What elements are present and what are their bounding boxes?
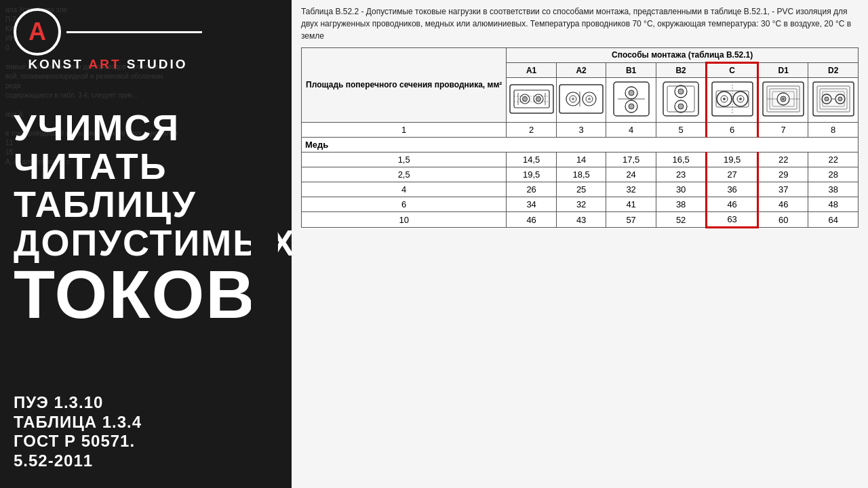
val-cell-2-3: 30 xyxy=(656,182,707,197)
val-cell-0-5: 22 xyxy=(757,152,808,167)
logo-circle: A xyxy=(14,8,61,56)
icon-cell-D2 xyxy=(808,78,859,123)
val-cell-2-2: 32 xyxy=(606,182,656,197)
svg-point-16 xyxy=(588,98,591,100)
svg-point-28 xyxy=(678,104,684,109)
val-cell-0-0: 14,5 xyxy=(507,152,557,167)
val-cell-2-6: 38 xyxy=(808,182,859,197)
svg-rect-24 xyxy=(663,82,698,116)
svg-point-20 xyxy=(629,90,634,96)
val-cell-3-5: 46 xyxy=(757,197,808,212)
val-cell-0-1: 14 xyxy=(556,152,606,167)
col-header-D1: D1 xyxy=(757,63,808,78)
headline-line1: УЧИМСЯ xyxy=(14,108,278,147)
intro-text: Таблица B.52.2 - Допустимые токовые нагр… xyxy=(301,5,859,42)
svg-point-53 xyxy=(825,97,829,101)
bottom-references: ПУЭ 1.3.10 ТАБЛИЦА 1.3.4 ГОСТ Р 50571. 5… xyxy=(14,393,142,471)
headline-line2: ЧИТАТЬ ТАБЛИЦУ xyxy=(14,147,278,224)
val-cell-4-6: 64 xyxy=(808,212,859,228)
logo-wrapper: A KONST ART STUDIO xyxy=(14,8,202,72)
table-row: 426253230363738 xyxy=(302,182,859,197)
table-row: 2,519,518,52423272928 xyxy=(302,167,859,182)
val-cell-1-2: 24 xyxy=(606,167,656,182)
install-methods-header: Способы монтажа (таблица B.52.1) xyxy=(507,48,859,63)
svg-rect-0 xyxy=(510,85,553,113)
col-num-5: 6 xyxy=(707,123,758,138)
val-cell-4-5: 60 xyxy=(757,212,808,228)
icon-cell-B2 xyxy=(656,78,707,123)
val-cell-1-6: 28 xyxy=(808,167,859,182)
val-cell-1-0: 19,5 xyxy=(507,167,557,182)
svg-rect-1 xyxy=(514,90,549,108)
val-cell-4-1: 43 xyxy=(556,212,606,228)
val-cell-1-1: 18,5 xyxy=(556,167,606,182)
val-cell-3-2: 41 xyxy=(606,197,656,212)
icon-cell-D1 xyxy=(757,78,808,123)
logo-letter: A xyxy=(28,18,46,46)
svg-point-22 xyxy=(629,104,634,109)
col-num-3: 4 xyxy=(606,123,656,138)
col-header-A2: A2 xyxy=(556,63,606,78)
konst-text: KONST xyxy=(28,57,83,71)
svg-point-33 xyxy=(723,98,726,100)
logo-divider-line xyxy=(66,31,202,33)
number-row: 12345678 xyxy=(302,123,859,138)
col-num-1: 2 xyxy=(507,123,557,138)
size-cell-3: 6 xyxy=(302,197,507,212)
val-cell-2-5: 37 xyxy=(757,182,808,197)
val-cell-0-6: 22 xyxy=(808,152,859,167)
val-cell-0-2: 17,5 xyxy=(606,152,656,167)
val-cell-3-3: 38 xyxy=(656,197,707,212)
val-cell-3-4: 46 xyxy=(707,197,758,212)
copper-section-row: Медь xyxy=(302,138,859,152)
logo-subtitle: KONST ART STUDIO xyxy=(28,57,187,72)
col-num-6: 7 xyxy=(757,123,808,138)
right-panel: Таблица B.52.2 - Допустимые токовые нагр… xyxy=(292,0,868,488)
table-row: 1046435752636064 xyxy=(302,212,859,228)
area-header: Площадь поперечного сечения проводника, … xyxy=(302,48,507,123)
val-cell-4-0: 46 xyxy=(507,212,557,228)
val-cell-4-4: 63 xyxy=(707,212,758,228)
val-cell-0-4: 19,5 xyxy=(707,152,758,167)
val-cell-1-3: 23 xyxy=(656,167,707,182)
col-num-4: 5 xyxy=(656,123,707,138)
val-cell-2-0: 26 xyxy=(507,182,557,197)
svg-point-5 xyxy=(536,97,540,102)
col-header-B2: B2 xyxy=(656,63,707,78)
size-cell-2: 4 xyxy=(302,182,507,197)
val-cell-4-2: 57 xyxy=(606,212,656,228)
val-cell-1-4: 27 xyxy=(707,167,758,182)
ref-line2: ТАБЛИЦА 1.3.4 xyxy=(14,413,142,432)
left-panel: ила Устройства эле П-7 п.1.3.1 КИ ДЛЯ ПР… xyxy=(0,0,292,488)
col-num-2: 3 xyxy=(556,123,606,138)
col-header-D2: D2 xyxy=(808,63,859,78)
curved-divider xyxy=(251,0,292,488)
svg-point-36 xyxy=(739,98,742,100)
table-row: 1,514,51417,516,519,52222 xyxy=(302,152,859,167)
icon-cell-A1 xyxy=(507,78,557,123)
headline-block: УЧИМСЯ ЧИТАТЬ ТАБЛИЦУ ДОПУСТИМЫХ ТОКОВ xyxy=(0,108,292,327)
studio-text: STUDIO xyxy=(127,57,188,71)
copper-label: Медь xyxy=(302,138,859,152)
val-cell-0-3: 16,5 xyxy=(656,152,707,167)
val-cell-1-5: 29 xyxy=(757,167,808,182)
val-cell-3-6: 48 xyxy=(808,197,859,212)
svg-point-45 xyxy=(783,98,785,100)
val-cell-4-3: 52 xyxy=(656,212,707,228)
ref-line4: 5.52-2011 xyxy=(14,451,142,471)
size-cell-0: 1,5 xyxy=(302,152,507,167)
svg-point-13 xyxy=(572,98,574,100)
art-text: ART xyxy=(88,57,121,71)
icon-cell-A2 xyxy=(556,78,606,123)
val-cell-3-0: 34 xyxy=(507,197,557,212)
svg-point-55 xyxy=(838,97,842,101)
headline-line4: ТОКОВ xyxy=(14,262,278,327)
table-row: 634324138464648 xyxy=(302,197,859,212)
val-cell-2-1: 25 xyxy=(556,182,606,197)
ref-line3: ГОСТ Р 50571. xyxy=(14,432,142,451)
col-num-7: 8 xyxy=(808,123,859,138)
size-cell-4: 10 xyxy=(302,212,507,228)
ref-line1: ПУЭ 1.3.10 xyxy=(14,393,142,413)
size-cell-1: 2,5 xyxy=(302,167,507,182)
val-cell-3-1: 32 xyxy=(556,197,606,212)
